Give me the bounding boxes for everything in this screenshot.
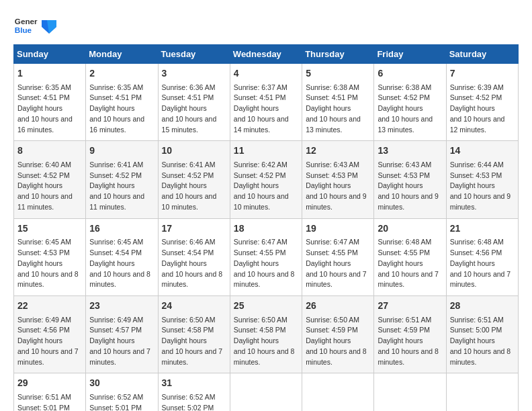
day-number: 30 [89, 377, 154, 390]
day-cell: 1 Sunrise: 6:35 AM Sunset: 4:51 PM Dayli… [14, 64, 86, 141]
day-number: 2 [89, 67, 154, 81]
weekday-saturday: Saturday [446, 45, 518, 64]
day-cell: 15 Sunrise: 6:45 AM Sunset: 4:53 PM Dayl… [14, 218, 86, 295]
day-cell: 26 Sunrise: 6:50 AM Sunset: 4:59 PM Dayl… [302, 296, 374, 373]
day-number: 26 [306, 300, 370, 313]
day-number: 9 [89, 144, 154, 158]
day-number: 28 [450, 300, 515, 313]
day-info: Sunrise: 6:43 AM Sunset: 4:53 PM Dayligh… [306, 160, 370, 213]
day-cell: 5 Sunrise: 6:38 AM Sunset: 4:51 PM Dayli… [302, 64, 374, 141]
day-cell: 9 Sunrise: 6:41 AM Sunset: 4:52 PM Dayli… [86, 141, 158, 218]
day-info: Sunrise: 6:47 AM Sunset: 4:55 PM Dayligh… [234, 237, 298, 290]
day-cell: 10 Sunrise: 6:41 AM Sunset: 4:52 PM Dayl… [158, 141, 230, 218]
day-cell: 25 Sunrise: 6:50 AM Sunset: 4:58 PM Dayl… [230, 296, 302, 373]
day-info: Sunrise: 6:40 AM Sunset: 4:52 PM Dayligh… [17, 160, 82, 213]
day-info: Sunrise: 6:49 AM Sunset: 4:57 PM Dayligh… [89, 315, 154, 368]
week-row-3: 15 Sunrise: 6:45 AM Sunset: 4:53 PM Dayl… [14, 218, 519, 295]
page-header: General Blue [13, 13, 519, 38]
day-number: 16 [89, 222, 154, 236]
day-number: 13 [378, 144, 442, 158]
day-cell: 13 Sunrise: 6:43 AM Sunset: 4:53 PM Dayl… [374, 141, 446, 218]
day-number: 12 [306, 144, 370, 158]
day-number: 27 [378, 300, 442, 313]
day-info: Sunrise: 6:35 AM Sunset: 4:51 PM Dayligh… [89, 83, 154, 136]
day-cell [230, 373, 302, 411]
day-cell: 12 Sunrise: 6:43 AM Sunset: 4:53 PM Dayl… [302, 141, 374, 218]
day-info: Sunrise: 6:38 AM Sunset: 4:51 PM Dayligh… [306, 83, 370, 136]
day-cell: 24 Sunrise: 6:50 AM Sunset: 4:58 PM Dayl… [158, 296, 230, 373]
weekday-monday: Monday [86, 45, 158, 64]
day-cell: 23 Sunrise: 6:49 AM Sunset: 4:57 PM Dayl… [86, 296, 158, 373]
week-row-2: 8 Sunrise: 6:40 AM Sunset: 4:52 PM Dayli… [14, 141, 519, 218]
svg-text:General: General [15, 17, 38, 26]
day-number: 11 [234, 144, 298, 158]
day-number: 20 [378, 222, 442, 236]
day-number: 15 [17, 222, 82, 236]
day-number: 1 [17, 67, 82, 81]
day-number: 7 [450, 67, 515, 81]
day-number: 8 [17, 144, 82, 158]
calendar-body: 1 Sunrise: 6:35 AM Sunset: 4:51 PM Dayli… [14, 64, 519, 412]
day-info: Sunrise: 6:41 AM Sunset: 4:52 PM Dayligh… [89, 160, 154, 213]
day-number: 23 [89, 300, 154, 313]
logo: General Blue [13, 13, 56, 38]
weekday-header-row: SundayMondayTuesdayWednesdayThursdayFrid… [14, 45, 519, 64]
day-info: Sunrise: 6:41 AM Sunset: 4:52 PM Dayligh… [162, 160, 226, 213]
logo-icon: General Blue [13, 13, 38, 38]
day-cell: 20 Sunrise: 6:48 AM Sunset: 4:55 PM Dayl… [374, 218, 446, 295]
day-number: 25 [234, 300, 298, 313]
week-row-4: 22 Sunrise: 6:49 AM Sunset: 4:56 PM Dayl… [14, 296, 519, 373]
day-number: 18 [234, 222, 298, 236]
day-cell: 28 Sunrise: 6:51 AM Sunset: 5:00 PM Dayl… [446, 296, 518, 373]
day-number: 19 [306, 222, 370, 236]
day-number: 4 [234, 67, 298, 81]
day-info: Sunrise: 6:52 AM Sunset: 5:01 PM Dayligh… [89, 392, 154, 411]
day-info: Sunrise: 6:38 AM Sunset: 4:52 PM Dayligh… [378, 83, 442, 136]
day-cell: 2 Sunrise: 6:35 AM Sunset: 4:51 PM Dayli… [86, 64, 158, 141]
weekday-thursday: Thursday [302, 45, 374, 64]
day-number: 6 [378, 67, 442, 81]
weekday-friday: Friday [374, 45, 446, 64]
day-cell: 19 Sunrise: 6:47 AM Sunset: 4:55 PM Dayl… [302, 218, 374, 295]
day-cell: 30 Sunrise: 6:52 AM Sunset: 5:01 PM Dayl… [86, 373, 158, 411]
day-info: Sunrise: 6:47 AM Sunset: 4:55 PM Dayligh… [306, 237, 370, 290]
day-cell: 29 Sunrise: 6:51 AM Sunset: 5:01 PM Dayl… [14, 373, 86, 411]
day-cell: 6 Sunrise: 6:38 AM Sunset: 4:52 PM Dayli… [374, 64, 446, 141]
day-info: Sunrise: 6:51 AM Sunset: 4:59 PM Dayligh… [378, 315, 442, 368]
day-info: Sunrise: 6:48 AM Sunset: 4:55 PM Dayligh… [378, 237, 442, 290]
day-number: 17 [162, 222, 226, 236]
day-info: Sunrise: 6:49 AM Sunset: 4:56 PM Dayligh… [17, 315, 82, 368]
day-cell: 4 Sunrise: 6:37 AM Sunset: 4:51 PM Dayli… [230, 64, 302, 141]
day-number: 5 [306, 67, 370, 81]
day-info: Sunrise: 6:46 AM Sunset: 4:54 PM Dayligh… [162, 237, 226, 290]
day-info: Sunrise: 6:45 AM Sunset: 4:53 PM Dayligh… [17, 237, 82, 290]
day-cell: 31 Sunrise: 6:52 AM Sunset: 5:02 PM Dayl… [158, 373, 230, 411]
day-number: 10 [162, 144, 226, 158]
day-info: Sunrise: 6:39 AM Sunset: 4:52 PM Dayligh… [450, 83, 515, 136]
day-cell [446, 373, 518, 411]
day-cell [302, 373, 374, 411]
day-cell: 18 Sunrise: 6:47 AM Sunset: 4:55 PM Dayl… [230, 218, 302, 295]
day-info: Sunrise: 6:37 AM Sunset: 4:51 PM Dayligh… [234, 83, 298, 136]
day-info: Sunrise: 6:51 AM Sunset: 5:00 PM Dayligh… [450, 315, 515, 368]
week-row-1: 1 Sunrise: 6:35 AM Sunset: 4:51 PM Dayli… [14, 64, 519, 141]
day-info: Sunrise: 6:36 AM Sunset: 4:51 PM Dayligh… [162, 83, 226, 136]
week-row-5: 29 Sunrise: 6:51 AM Sunset: 5:01 PM Dayl… [14, 373, 519, 411]
day-cell: 7 Sunrise: 6:39 AM Sunset: 4:52 PM Dayli… [446, 64, 518, 141]
day-number: 24 [162, 300, 226, 313]
day-number: 29 [17, 377, 82, 390]
day-info: Sunrise: 6:50 AM Sunset: 4:58 PM Dayligh… [162, 315, 226, 368]
day-info: Sunrise: 6:50 AM Sunset: 4:59 PM Dayligh… [306, 315, 370, 368]
day-info: Sunrise: 6:52 AM Sunset: 5:02 PM Dayligh… [162, 392, 226, 411]
day-cell: 22 Sunrise: 6:49 AM Sunset: 4:56 PM Dayl… [14, 296, 86, 373]
day-info: Sunrise: 6:35 AM Sunset: 4:51 PM Dayligh… [17, 83, 82, 136]
day-cell: 8 Sunrise: 6:40 AM Sunset: 4:52 PM Dayli… [14, 141, 86, 218]
day-cell: 21 Sunrise: 6:48 AM Sunset: 4:56 PM Dayl… [446, 218, 518, 295]
svg-text:Blue: Blue [15, 26, 32, 34]
day-info: Sunrise: 6:45 AM Sunset: 4:54 PM Dayligh… [89, 237, 154, 290]
day-number: 22 [17, 300, 82, 313]
weekday-tuesday: Tuesday [158, 45, 230, 64]
day-info: Sunrise: 6:42 AM Sunset: 4:52 PM Dayligh… [234, 160, 298, 213]
day-cell: 17 Sunrise: 6:46 AM Sunset: 4:54 PM Dayl… [158, 218, 230, 295]
day-cell: 27 Sunrise: 6:51 AM Sunset: 4:59 PM Dayl… [374, 296, 446, 373]
